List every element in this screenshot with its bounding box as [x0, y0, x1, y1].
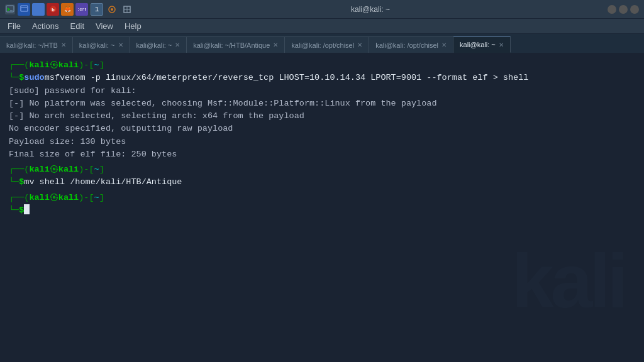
app-icon-2[interactable]: [32, 3, 45, 16]
prompt-line-1: ┌──(kali㉿kali)-[~]: [9, 59, 635, 72]
terminal-block-3: ┌──(kali㉿kali)-[~] └─$: [9, 192, 635, 217]
svg-text:b: b: [52, 7, 55, 13]
tab-6[interactable]: kali@kali: ~ ✕: [453, 36, 511, 53]
terminal-content: ┌──(kali㉿kali)-[~] └─$ sudo msfvenom -p …: [0, 53, 644, 362]
output-line-4: No encoder specified, outputting raw pay…: [9, 123, 635, 135]
app-icon-5[interactable]: term: [75, 3, 88, 16]
svg-text:term: term: [78, 7, 86, 12]
cmd-line-2: └─$ mv shell /home/kali/HTB/Antique: [9, 176, 635, 189]
tab-label-3: kali@kali: ~/HTB/Antique: [193, 41, 270, 49]
tabsbar: kali@kali: ~/HTB ✕ kali@kali: ~ ✕ kali@k…: [0, 34, 644, 53]
terminal-counter: 1: [91, 3, 103, 16]
terminal-block-1: ┌──(kali㉿kali)-[~] └─$ sudo msfvenom -p …: [9, 59, 635, 85]
tab-label-5: kali@kali: /opt/chisel: [375, 41, 438, 49]
app-icon-3[interactable]: b: [47, 3, 59, 16]
app-icons: b 🦊 term: [18, 3, 88, 16]
tab-2[interactable]: kali@kali: ~ ✕: [130, 36, 187, 53]
titlebar-controls: [608, 5, 639, 14]
maximize-btn[interactable]: [619, 5, 628, 14]
tab-label-0: kali@kali: ~/HTB: [6, 41, 58, 49]
tab-4[interactable]: kali@kali: /opt/chisel ✕: [285, 36, 369, 53]
titlebar: b 🦊 term 1 kali@kali: ~: [0, 0, 644, 19]
terminal-block-2: ┌──(kali㉿kali)-[~] └─$ mv shell /home/ka…: [9, 163, 635, 189]
prompt-line-2: ┌──(kali㉿kali)-[~]: [9, 163, 635, 176]
tab-close-5[interactable]: ✕: [441, 41, 447, 48]
menu-edit[interactable]: Edit: [65, 20, 89, 32]
tab-close-0[interactable]: ✕: [61, 41, 66, 48]
svg-point-11: [111, 8, 113, 11]
cmd-line-3: └─$: [9, 204, 635, 217]
menu-help[interactable]: Help: [119, 20, 147, 32]
tab-label-4: kali@kali: /opt/chisel: [291, 41, 354, 49]
tab-1[interactable]: kali@kali: ~ ✕: [73, 36, 130, 53]
output-line-1: [sudo] password for kali:: [9, 85, 635, 97]
tab-5[interactable]: kali@kali: /opt/chisel ✕: [369, 36, 453, 53]
tab-label-2: kali@kali: ~: [136, 41, 172, 49]
cmd-line-1: └─$ sudo msfvenom -p linux/x64/meterpret…: [9, 72, 635, 84]
output-block-1: [sudo] password for kali: [-] No platfor…: [9, 85, 635, 162]
svg-text:🦊: 🦊: [64, 6, 72, 13]
tab-close-6[interactable]: ✕: [499, 41, 504, 48]
cursor: [24, 204, 30, 214]
menu-file[interactable]: File: [3, 20, 26, 32]
tab-label-1: kali@kali: ~: [79, 41, 115, 49]
terminal-icon: [5, 4, 15, 14]
tab-close-2[interactable]: ✕: [175, 41, 180, 48]
tab-3[interactable]: kali@kali: ~/HTB/Antique ✕: [187, 36, 285, 53]
svg-rect-2: [21, 6, 28, 11]
tab-close-1[interactable]: ✕: [118, 41, 123, 48]
tab-close-4[interactable]: ✕: [357, 41, 362, 48]
tab-label-6: kali@kali: ~: [460, 41, 496, 48]
output-line-3: [-] No arch selected, selecting arch: x6…: [9, 110, 635, 123]
titlebar-left: b 🦊 term 1: [5, 3, 133, 16]
minimize-btn[interactable]: [608, 5, 616, 14]
menu-actions[interactable]: Actions: [27, 20, 64, 32]
nav-icon[interactable]: [106, 3, 118, 16]
output-line-6: Final size of elf file: 250 bytes: [9, 148, 635, 161]
app-icon-1[interactable]: [18, 3, 30, 16]
tab-0[interactable]: kali@kali: ~/HTB ✕: [0, 36, 73, 53]
app-icon-4[interactable]: 🦊: [61, 3, 74, 16]
titlebar-title: kali@kali: ~: [351, 5, 390, 14]
output-line-2: [-] No platform was selected, choosing M…: [9, 97, 635, 110]
close-btn[interactable]: [630, 5, 639, 14]
tab-close-3[interactable]: ✕: [273, 41, 278, 48]
prompt-line-3: ┌──(kali㉿kali)-[~]: [9, 192, 635, 204]
menu-view[interactable]: View: [91, 20, 118, 32]
menubar: File Actions Edit View Help: [0, 19, 644, 34]
output-line-5: Payload size: 130 bytes: [9, 136, 635, 148]
box-icon[interactable]: [121, 3, 133, 16]
